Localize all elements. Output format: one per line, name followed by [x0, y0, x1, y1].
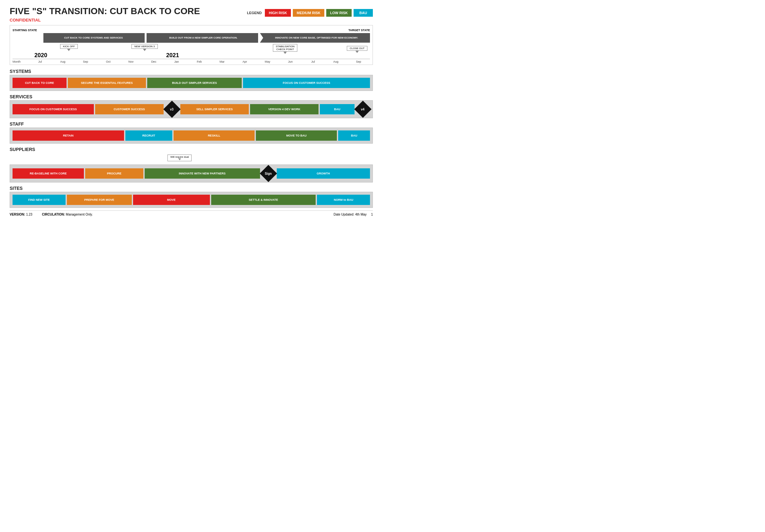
date-value: 4th May	[355, 213, 367, 216]
footer-right: Date Updated: 4th May 1	[334, 213, 373, 216]
header: FIVE "S" TRANSITION: CUT BACK TO CORE CO…	[10, 6, 373, 23]
month-cells: JulAugSepOctNovDecJanFebMarAprMayJunJulA…	[29, 60, 370, 63]
swimlane-bar: FOCUS ON CUSTOMER SUCCESS	[243, 78, 370, 88]
swimlane-title: SERVICES	[10, 93, 373, 100]
month-cell: Apr	[233, 60, 256, 63]
closeout-callout: CLOSE OUT	[347, 46, 368, 53]
month-cell: Dec	[142, 60, 165, 63]
swimlane-bar: MOVE TO BAU	[256, 131, 337, 141]
footer: VERSION: 1.23 CIRCULATION: Management On…	[10, 210, 373, 216]
swimlane-bar: INNOVATE WITH NEW PARTNERS	[145, 168, 260, 179]
swimlane-bar: SECURE THE ESSENTIAL FEATURES	[68, 78, 146, 88]
phase-arrow-2: BUILD OUT FROM A NEW SIMPLER CORE OPERAT…	[147, 33, 258, 43]
timeline: STARTING STATE TARGET STATE CUT BACK TO …	[10, 25, 373, 65]
swimlane-body: FIND NEW SITEPREPARE FOR MOVEMOVESETTLE …	[10, 192, 373, 208]
swimlane-bar: BAU	[320, 104, 355, 115]
swimlane-bar: PREPARE FOR MOVE	[67, 195, 132, 205]
legend-label: LEGEND	[247, 11, 262, 15]
year-2021: 2021	[166, 52, 179, 59]
month-cell: Mar	[211, 60, 233, 63]
phase-arrows-row: CUT BACK TO CORE SYSTEMS AND SERVICES BU…	[13, 33, 370, 43]
month-cell: Feb	[188, 60, 211, 63]
date-label: Date Updated:	[334, 213, 355, 216]
footer-left: VERSION: 1.23 CIRCULATION: Management On…	[10, 213, 93, 216]
swimlane-body: FOCUS ON CUSTOMER SUCCESSCUSTOMER SUCCES…	[10, 100, 373, 118]
legend-high-risk: HIGH RISK	[265, 9, 291, 17]
version-label: VERSION:	[10, 213, 25, 216]
swimlane-title: SYSTEMS	[10, 68, 373, 75]
diamond-label: v3	[170, 107, 174, 111]
circulation-text: CIRCULATION: Management Only.	[42, 213, 93, 216]
swimlane-bar: CUSTOMER SUCCESS	[95, 104, 164, 115]
swimlane-bar: VERSION 4 DEV WORK	[250, 104, 319, 115]
swimlane: SUPPLIERSRE-BASELINE WITH COREPROCUREINN…	[10, 145, 373, 182]
months-row: Month 2020 2021 JulAugSepOctNovDecJanFeb…	[13, 59, 370, 63]
circulation-value: Management Only.	[66, 213, 93, 216]
phase-arrow-1: CUT BACK TO CORE SYSTEMS AND SERVICES	[43, 33, 145, 43]
swimlane-bar: RETAIN	[13, 131, 124, 141]
diamond-label: v4	[361, 107, 365, 111]
callouts-row: KICK OFF NEW VERSION 3 STABILISATIONCHEC…	[13, 44, 370, 59]
month-cell: May	[256, 60, 279, 63]
swimlane-body: RE-BASELINE WITH COREPROCUREINNOVATE WIT…	[10, 164, 373, 182]
version-text: VERSION: 1.23	[10, 213, 32, 216]
month-cell: Nov	[120, 60, 142, 63]
swimlanes-container: SYSTEMSCUT BACK TO CORESECURE THE ESSENT…	[10, 68, 373, 208]
page-number: 1	[371, 213, 373, 216]
page-title: FIVE "S" TRANSITION: CUT BACK TO CORE	[10, 6, 247, 16]
swimlane: SITESFIND NEW SITEPREPARE FOR MOVEMOVESE…	[10, 184, 373, 208]
swimlane-title: SUPPLIERS	[10, 145, 373, 153]
month-cell: Jun	[279, 60, 302, 63]
swimlane: SERVICESFOCUS ON CUSTOMER SUCCESSCUSTOME…	[10, 93, 373, 118]
month-cell: Oct	[97, 60, 120, 63]
swimlane-title: STAFF	[10, 120, 373, 128]
month-cell: Jan	[165, 60, 188, 63]
month-cell: Aug	[51, 60, 74, 63]
swimlane-bar: BAU	[338, 131, 370, 141]
title-block: FIVE "S" TRANSITION: CUT BACK TO CORE CO…	[10, 6, 247, 23]
swimlane-bar: GROWTH	[277, 168, 370, 179]
month-cell: Sep	[347, 60, 370, 63]
swimlane: STAFFRETAINRECRUITRESKILLMOVE TO BAUBAU	[10, 120, 373, 143]
swimlane-body: RETAINRECRUITRESKILLMOVE TO BAUBAU	[10, 128, 373, 143]
new-version-3-callout: NEW VERSION 3	[132, 44, 158, 51]
swimlane-bar: FIND NEW SITE	[13, 195, 66, 205]
month-cell: Aug	[324, 60, 347, 63]
circulation-label: CIRCULATION:	[42, 213, 65, 216]
confidential-label: CONFIDENTIAL	[10, 18, 247, 23]
kickoff-callout: KICK OFF	[60, 44, 78, 51]
year-2020: 2020	[34, 52, 47, 59]
phase-arrow-3: INNOVATE ON NEW CORE BASE, OPTIMISED FOR…	[260, 33, 370, 43]
legend-low-risk: LOW RISK	[326, 9, 352, 17]
swimlane-bar: NORM to BAU	[317, 195, 370, 205]
swimlane-body: CUT BACK TO CORESECURE THE ESSENTIAL FEA…	[10, 75, 373, 91]
timeline-header: STARTING STATE TARGET STATE	[13, 29, 370, 32]
swimlane-bar: RE-BASELINE WITH CORE	[13, 168, 84, 179]
swimlane-title: SITES	[10, 184, 373, 192]
diamond: Sign	[260, 165, 277, 182]
target-state-label: TARGET STATE	[349, 29, 370, 32]
swimlane-bar: PROCURE	[85, 168, 143, 179]
legend-medium-risk: MEDIUM RISK	[293, 9, 324, 17]
version-value: 1.23	[26, 213, 32, 216]
diamond-label: Sign	[265, 171, 272, 175]
swimlane-bar: RECRUIT	[125, 131, 172, 141]
swimlane-bar: FOCUS ON CUSTOMER SUCCESS	[13, 104, 94, 115]
diamond-wrapper: v3	[165, 103, 179, 115]
swimlane: SYSTEMSCUT BACK TO CORESECURE THE ESSENT…	[10, 68, 373, 91]
starting-state-label: STARTING STATE	[13, 29, 37, 32]
stabilisation-callout: STABILISATIONCHECK POINT	[273, 44, 297, 54]
month-cell: Sep	[74, 60, 97, 63]
legend: LEGEND HIGH RISK MEDIUM RISK LOW RISK BA…	[247, 9, 373, 17]
diamond: v4	[354, 101, 372, 118]
month-cell: Jul	[302, 60, 325, 63]
diamond-wrapper: Sign	[261, 167, 276, 179]
swimlane-bar: CUT BACK TO CORE	[13, 78, 67, 88]
swimlane-bar: RESKILL	[174, 131, 255, 141]
diamond-wrapper: v4	[356, 103, 370, 115]
swimlane-bar: SELL SIMPLER SERVICES	[180, 104, 249, 115]
swimlane-bar: SETTLE & INNOVATE	[211, 195, 316, 205]
suppliers-callout: Will require dual	[168, 154, 192, 161]
legend-bau: BAU	[354, 9, 373, 17]
swimlane-bar: BUILD OUT SIMPLER SERVICES	[147, 78, 242, 88]
